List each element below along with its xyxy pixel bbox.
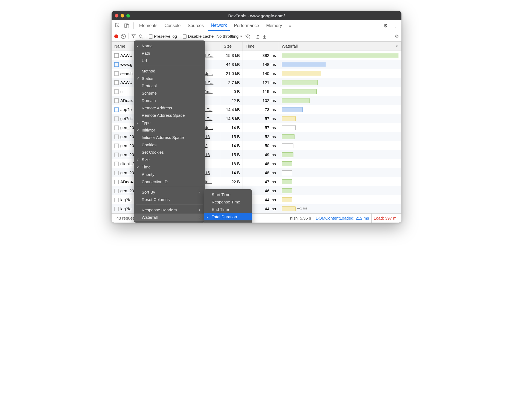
request-name: gen_20 — [120, 125, 134, 130]
column-header-size[interactable]: Size — [221, 42, 243, 51]
tab-sources[interactable]: Sources — [185, 20, 206, 31]
svg-point-5 — [247, 37, 248, 38]
menu-item[interactable]: Remote Address — [134, 104, 205, 112]
more-menu-icon[interactable]: ⋮ — [391, 23, 399, 29]
menu-item[interactable]: Set Cookies — [134, 148, 205, 156]
menu-item-label: Url — [142, 58, 147, 63]
menu-item[interactable]: Latency — [204, 220, 252, 223]
clear-button[interactable] — [121, 34, 126, 39]
waterfall-submenu[interactable]: Start TimeResponse TimeEnd Time✓Total Du… — [204, 189, 252, 223]
devtools-tabs: Elements Console Sources Network Perform… — [112, 20, 401, 31]
file-type-icon — [114, 98, 119, 103]
menu-item[interactable]: Initiator Address Space — [134, 134, 205, 141]
column-header-waterfall[interactable]: Waterfall▼ — [279, 42, 401, 51]
divider — [253, 33, 253, 39]
menu-item[interactable]: Cookies — [134, 141, 205, 148]
throttling-select[interactable]: No throttling ▼ — [216, 34, 243, 39]
cell-time: 121 ms — [243, 78, 279, 87]
tab-memory[interactable]: Memory — [263, 20, 285, 31]
cell-waterfall — [279, 60, 401, 69]
titlebar: DevTools - www.google.com/ — [112, 11, 401, 20]
upload-har-icon[interactable] — [256, 34, 260, 39]
check-icon: ✓ — [136, 44, 139, 48]
menu-item[interactable]: Reset Columns — [134, 196, 205, 203]
menu-item[interactable]: Domain — [134, 97, 205, 104]
waterfall-bar — [282, 98, 310, 103]
file-type-icon — [114, 62, 119, 67]
menu-item[interactable]: Protocol — [134, 82, 205, 89]
close-window-button[interactable] — [115, 14, 118, 18]
status-requests: 43 reques — [114, 216, 137, 220]
file-type-icon — [114, 153, 119, 157]
waterfall-bar — [282, 134, 295, 139]
menu-item[interactable]: Remote Address Space — [134, 112, 205, 119]
tab-more[interactable]: » — [286, 20, 294, 31]
request-name: AAWU — [120, 80, 132, 85]
record-button[interactable] — [114, 34, 118, 38]
status-load: Load: 397 m — [372, 216, 399, 220]
check-icon: ✓ — [136, 158, 139, 162]
menu-item[interactable]: Priority — [134, 171, 205, 178]
request-name: ADea4 — [120, 179, 133, 184]
request-name: gen_20 — [120, 188, 134, 193]
menu-item-label: Start Time — [212, 192, 230, 197]
menu-item[interactable]: Scheme — [134, 89, 205, 97]
submenu-arrow-icon: › — [194, 215, 200, 219]
cell-time: 140 ms — [243, 69, 279, 78]
waterfall-bar — [282, 116, 296, 121]
tab-performance[interactable]: Performance — [231, 20, 262, 31]
menu-item[interactable]: Start Time — [204, 191, 252, 198]
cell-waterfall — [279, 87, 401, 96]
menu-item[interactable]: ✓Time — [134, 163, 205, 171]
menu-item[interactable]: Response Headers› — [134, 206, 205, 214]
header-context-menu[interactable]: ✓NamePathUrlMethod✓StatusProtocolSchemeD… — [134, 40, 205, 223]
menu-item[interactable]: ✓Type — [134, 119, 205, 126]
menu-item[interactable]: Connection ID — [134, 178, 205, 185]
tab-elements[interactable]: Elements — [136, 20, 160, 31]
file-type-icon — [114, 71, 119, 76]
preserve-log-checkbox[interactable]: Preserve log — [149, 34, 177, 39]
settings-gear-icon[interactable]: ⚙ — [382, 23, 389, 29]
tab-console[interactable]: Console — [162, 20, 183, 31]
file-type-icon — [114, 135, 119, 139]
cell-waterfall — [279, 177, 401, 186]
cell-size: 22 B — [221, 96, 243, 105]
menu-item[interactable]: ✓Total Duration — [204, 213, 252, 220]
menu-item[interactable]: ✓Initiator — [134, 126, 205, 134]
minimize-window-button[interactable] — [121, 14, 124, 18]
column-header-time[interactable]: Time — [243, 42, 279, 51]
cell-waterfall — [279, 78, 401, 87]
inspect-element-icon[interactable] — [114, 22, 121, 30]
request-name: AAWU — [120, 53, 132, 58]
filter-icon[interactable] — [132, 34, 136, 39]
menu-item[interactable]: Response Time — [204, 198, 252, 206]
network-toolbar: Preserve log Disable cache No throttling… — [112, 31, 401, 42]
menu-item[interactable]: Sort By› — [134, 188, 205, 196]
disable-cache-checkbox[interactable]: Disable cache — [183, 34, 214, 39]
cell-size: 15 B — [221, 150, 243, 159]
menu-item-label: Status — [142, 76, 153, 81]
menu-item-label: Waterfall — [142, 215, 158, 220]
request-name: ui — [120, 89, 124, 94]
cell-time: 47 ms — [243, 177, 279, 186]
device-toggle-icon[interactable] — [123, 22, 131, 30]
network-conditions-icon[interactable] — [245, 34, 250, 39]
menu-item[interactable]: ✓Status — [134, 75, 205, 82]
menu-item[interactable]: Url — [134, 57, 205, 64]
menu-item[interactable]: Waterfall› — [134, 214, 205, 221]
download-har-icon[interactable] — [263, 34, 266, 39]
menu-item[interactable]: End Time — [204, 206, 252, 213]
menu-item[interactable]: Path — [134, 49, 205, 57]
menu-item[interactable]: Method — [134, 67, 205, 75]
cell-waterfall — [279, 168, 401, 177]
tab-network[interactable]: Network — [208, 21, 230, 31]
search-icon[interactable] — [139, 34, 143, 39]
cell-time: 382 ms — [243, 51, 279, 60]
cell-size: 2.7 kB — [221, 78, 243, 87]
cell-time: 102 ms — [243, 96, 279, 105]
network-settings-gear-icon[interactable]: ⚙ — [395, 34, 399, 39]
zoom-window-button[interactable] — [126, 14, 130, 18]
menu-item[interactable]: ✓Name — [134, 42, 205, 49]
waterfall-bar — [282, 206, 296, 211]
menu-item[interactable]: ✓Size — [134, 156, 205, 163]
